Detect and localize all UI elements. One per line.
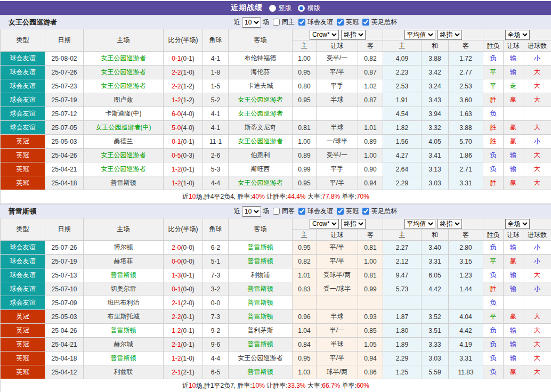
avg-draw-cell: 4.05 bbox=[422, 135, 449, 149]
corner-cell: 9-6 bbox=[203, 338, 229, 352]
league-checkbox-fa-cup[interactable] bbox=[362, 19, 369, 26]
score-cell: 2-0(0-0) bbox=[164, 241, 203, 255]
league-checkbox-championship[interactable] bbox=[337, 19, 344, 26]
handicap-result-cell: 赢 bbox=[504, 176, 523, 190]
away-team-link[interactable]: 普雷斯顿 bbox=[229, 310, 293, 324]
odds-away-cell: 0.93 bbox=[358, 310, 383, 324]
away-team-link[interactable]: 女王公园巡游者 bbox=[229, 176, 293, 190]
full-time-score: 2-1 bbox=[172, 369, 181, 376]
summary-row: 近10场,胜1平2负7, 胜率:10% 让胜率:33.3% 大率:66.7% 单… bbox=[1, 379, 551, 392]
away-team-link[interactable]: 普雷斯顿 bbox=[229, 338, 293, 352]
home-team-link[interactable]: 女王公园巡游者 bbox=[84, 162, 164, 176]
summary-stat-label: 大率: bbox=[306, 193, 322, 200]
filter-bar: 近10场同客球会友谊英冠英足总杯 bbox=[234, 206, 397, 217]
match-type-badge: 球会友谊 bbox=[1, 121, 45, 135]
league-label: 英冠 bbox=[346, 18, 359, 27]
sub-column-header: 胜负 bbox=[483, 40, 504, 52]
near-label: 近 bbox=[234, 18, 240, 27]
odds-home-cell: 1.04 bbox=[293, 324, 317, 338]
half-time-score: (1-0) bbox=[181, 179, 195, 187]
odds-home-cell: 0.84 bbox=[293, 338, 317, 352]
away-team-link[interactable]: 普雷斯顿 bbox=[229, 255, 293, 268]
away-team-link[interactable]: 女王公园巡游者 bbox=[229, 93, 293, 107]
summary-row: 近10场,胜4平2负4, 胜率:40% 让胜率:44.4% 大率:77.8% 单… bbox=[1, 190, 551, 204]
league-label: 球会友谊 bbox=[307, 18, 333, 27]
odds-source-select[interactable]: Crow* bbox=[310, 219, 339, 229]
corner-cell: 6-5 bbox=[203, 365, 229, 379]
radio-unselected-icon bbox=[269, 5, 276, 12]
goals-result-cell: 小 bbox=[523, 135, 551, 149]
avg-away-cell: 1.63 bbox=[449, 107, 483, 121]
home-team-link[interactable]: 普雷斯顿 bbox=[84, 324, 164, 338]
handicap-result-cell: 走 bbox=[504, 79, 523, 93]
away-team-link[interactable]: 普雷斯顿 bbox=[229, 365, 293, 379]
handicap-result-cell: 赢 bbox=[504, 93, 523, 107]
column-header: 日期 bbox=[45, 29, 84, 52]
full-time-score: 1-2 bbox=[172, 327, 181, 334]
scope-select[interactable]: 全场 bbox=[505, 219, 530, 229]
radio-vertical-layout[interactable]: 竖版 bbox=[269, 4, 291, 13]
home-team-link[interactable]: 女王公园巡游者 bbox=[84, 79, 164, 93]
column-header: 客场 bbox=[229, 218, 293, 241]
odds-stage-select[interactable]: 终指 bbox=[341, 30, 366, 40]
full-time-score: 1-2 bbox=[172, 166, 181, 173]
goals-result-cell: 大 bbox=[523, 268, 551, 282]
handicap-cell: 受一/球半 bbox=[317, 282, 358, 296]
home-team-link[interactable]: 普雷斯顿 bbox=[84, 352, 164, 365]
header-dropdown-group: 全场 bbox=[483, 29, 551, 40]
odds-stage-select[interactable]: 终指 bbox=[341, 219, 366, 229]
full-time-score: 1-2 bbox=[172, 96, 181, 104]
odds-home-cell: 0.96 bbox=[293, 310, 317, 324]
league-checkbox-friendly[interactable] bbox=[298, 19, 305, 26]
same-venue-checkbox[interactable] bbox=[273, 19, 280, 26]
avg-home-cell bbox=[383, 296, 422, 310]
corner-cell: 4-4 bbox=[203, 352, 229, 365]
league-label: 英足总杯 bbox=[371, 18, 397, 27]
goals-result-cell: 大 bbox=[523, 121, 551, 135]
avg-away-cell: 2.71 bbox=[449, 162, 483, 176]
avg-home-cell: 1.91 bbox=[383, 93, 422, 107]
average-source-select[interactable]: 平均值 bbox=[404, 219, 435, 229]
away-team-cell: 斯旺西 bbox=[229, 162, 293, 176]
summary-stat-value: 77.8% bbox=[322, 193, 340, 200]
avg-home-cell: 1.25 bbox=[383, 365, 422, 379]
radio-horizontal-layout[interactable]: 横版 bbox=[298, 4, 320, 13]
home-team-link[interactable]: 女王公园巡游者(中) bbox=[84, 121, 164, 135]
away-team-link[interactable]: 普雷斯顿 bbox=[229, 296, 293, 310]
average-stage-select[interactable]: 终指 bbox=[437, 219, 462, 229]
result-cell: 平 bbox=[483, 66, 504, 79]
result-cell: 平 bbox=[483, 310, 504, 324]
away-team-link[interactable]: 女王公园巡游者 bbox=[229, 135, 293, 149]
match-type-badge: 球会友谊 bbox=[1, 282, 45, 296]
handicap-cell: 平/半 bbox=[317, 255, 358, 268]
score-cell: 2-1(2-0) bbox=[164, 296, 203, 310]
goals-result-cell: 大 bbox=[523, 149, 551, 162]
full-time-score: 2-0 bbox=[172, 244, 181, 251]
avg-home-cell: 2.29 bbox=[383, 176, 422, 190]
same-venue-label: 同客 bbox=[282, 207, 295, 216]
league-checkbox-fa-cup[interactable] bbox=[362, 208, 369, 215]
league-checkbox-championship[interactable] bbox=[337, 208, 344, 215]
table-row: 英冠25-04-12利兹联2-1(2-1)6-5普雷斯顿1.03球半/两0.86… bbox=[1, 365, 551, 379]
recent-count-select[interactable]: 10 bbox=[242, 17, 261, 28]
same-venue-checkbox[interactable] bbox=[273, 208, 280, 215]
scope-select[interactable]: 全场 bbox=[505, 30, 530, 40]
team-name: 普雷斯顿 bbox=[0, 207, 36, 216]
column-header: 类型 bbox=[1, 29, 45, 52]
home-team-link[interactable]: 女王公园巡游者 bbox=[84, 52, 164, 66]
home-team-link[interactable]: 普雷斯顿 bbox=[84, 268, 164, 282]
odds-home-cell: 0.95 bbox=[293, 66, 317, 79]
home-team-link[interactable]: 女王公园巡游者 bbox=[84, 66, 164, 79]
away-team-link[interactable]: 女王公园巡游者 bbox=[229, 107, 293, 121]
full-time-score: 1-3 bbox=[172, 272, 181, 279]
date-cell: 25-07-23 bbox=[45, 79, 84, 93]
away-team-link[interactable]: 普雷斯顿 bbox=[229, 241, 293, 255]
recent-count-select[interactable]: 10 bbox=[242, 206, 261, 217]
average-stage-select[interactable]: 终指 bbox=[437, 30, 462, 40]
avg-home-cell: 4.27 bbox=[383, 149, 422, 162]
home-team-link[interactable]: 女王公园巡游者 bbox=[84, 149, 164, 162]
odds-source-select[interactable]: Crow* bbox=[310, 30, 339, 40]
away-team-link[interactable]: 普雷斯顿 bbox=[229, 282, 293, 296]
league-checkbox-friendly[interactable] bbox=[298, 208, 305, 215]
average-source-select[interactable]: 平均值 bbox=[404, 30, 435, 40]
